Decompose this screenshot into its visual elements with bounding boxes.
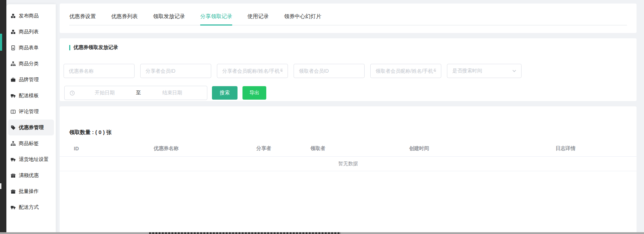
tab-bar: 优惠券设置 优惠券列表 领取发放记录 分享领取记录 使用记录 领券中心幻灯片 [69, 4, 627, 26]
sidebar-item-label: 配送模板 [19, 93, 39, 99]
records-card: 领取数量 : ( 0 ) 张 ID 优惠券名称 分享者 领取者 创建时间 日志详… [60, 106, 637, 234]
receiver-member-info-input[interactable] [370, 64, 441, 78]
cubes-icon [11, 29, 16, 34]
column-header-receiver: 领取者 [298, 145, 338, 152]
sidebar-item-product-tags[interactable]: 商品标签 [8, 135, 54, 151]
filter-card: 优惠券领取发放记录 是否搜索时间 开始日期 至 结束日期 搜索 导出 [60, 38, 637, 101]
sidebar-item-label: 批量操作 [19, 188, 39, 195]
chevron-down-icon [512, 69, 516, 72]
export-button[interactable]: 导出 [242, 86, 266, 100]
sidebar-item-label: 商品表单 [19, 45, 39, 51]
search-time-select-value: 是否搜索时间 [452, 68, 482, 74]
sidebar-item-batch-operation[interactable]: 批量操作 [8, 183, 54, 199]
sidebar-item-brand-management[interactable]: 品牌管理 [8, 72, 54, 88]
tab-usage-records[interactable]: 使用记录 [247, 13, 269, 26]
bottom-cutoff-bar [0, 232, 644, 234]
truck-icon [11, 93, 16, 98]
sidebar-item-comment-management[interactable]: 评论管理 [8, 104, 54, 119]
column-header-log-detail: 日志详情 [500, 145, 631, 152]
gift-icon [11, 173, 16, 178]
sidebar-item-label: 品牌管理 [19, 77, 39, 83]
sidebar-item-label: 商品列表 [19, 29, 39, 35]
sidebar-item-label: 商品标签 [19, 140, 39, 147]
sitemap-icon [11, 61, 16, 66]
filter-actions-row: 开始日期 至 结束日期 搜索 导出 [64, 86, 266, 100]
end-date-placeholder: 结束日期 [142, 90, 202, 96]
search-time-select[interactable]: 是否搜索时间 [447, 64, 522, 78]
section-accent-bar [69, 45, 70, 50]
sidebar-item-label: 配送方式 [19, 204, 39, 211]
sidebar-item-product-category[interactable]: 商品分类 [8, 56, 54, 72]
receive-count-text: 领取数量 : ( 0 ) 张 [69, 129, 637, 136]
sidebar-item-product-form[interactable]: 商品表单 [8, 40, 54, 56]
section-header: 优惠券领取发放记录 [69, 44, 637, 51]
column-header-created-time: 创建时间 [338, 145, 500, 152]
truck-icon [11, 205, 16, 210]
coupon-name-input[interactable] [64, 64, 135, 78]
table-header-row: ID 优惠券名称 分享者 领取者 创建时间 日志详情 [60, 141, 637, 157]
date-range-separator: 至 [135, 90, 142, 96]
sidebar-item-delivery-template[interactable]: 配送模板 [8, 88, 54, 104]
empty-state-text: 暂无数据 [338, 161, 358, 167]
sharer-member-id-input[interactable] [140, 64, 211, 78]
start-date-placeholder: 开始日期 [75, 90, 135, 96]
filter-inputs-row: 是否搜索时间 [64, 64, 522, 78]
tab-receive-issue-records[interactable]: 领取发放记录 [153, 13, 185, 26]
file-x-icon [11, 45, 16, 50]
sidebar-item-label: 优惠券管理 [19, 124, 44, 131]
gift-icon [11, 189, 16, 194]
date-range-picker[interactable]: 开始日期 至 结束日期 [64, 86, 207, 100]
rail-scroll-thumb[interactable] [0, 183, 1, 189]
column-header-id: ID [60, 146, 102, 151]
briefcase-icon [11, 77, 16, 82]
collapsed-rail [0, 0, 6, 234]
sidebar-item-return-address-settings[interactable]: 退货地址设置 [8, 151, 54, 167]
section-title: 优惠券领取发放记录 [73, 44, 118, 51]
sidebar-item-publish-product[interactable]: 发布商品 [8, 8, 54, 24]
tab-coupon-list[interactable]: 优惠券列表 [111, 13, 138, 26]
sharer-member-info-input[interactable] [217, 64, 288, 78]
sidebar-item-full-discount[interactable]: 满额优惠 [8, 167, 54, 183]
column-header-sharer: 分享者 [230, 145, 298, 152]
receiver-member-id-input[interactable] [294, 64, 365, 78]
sidebar-item-label: 发布商品 [19, 13, 39, 19]
bottom-bar-marks [149, 232, 341, 234]
sidebar-item-delivery-method[interactable]: 配送方式 [8, 199, 54, 215]
column-header-coupon-name: 优惠券名称 [102, 145, 230, 152]
truck-icon [11, 157, 16, 162]
tab-share-receive-records[interactable]: 分享领取记录 [200, 13, 232, 26]
tag-icon [11, 125, 16, 130]
sidebar-item-product-list[interactable]: 商品列表 [8, 24, 54, 40]
clock-icon [70, 90, 75, 96]
columns-icon [11, 109, 16, 114]
sidebar-item-label: 商品分类 [19, 61, 39, 67]
rail-active-indicator [0, 34, 2, 51]
sidebar: 发布商品 商品列表 商品表单 商品分类 品牌管理 配送模板 评论管理 优惠券管理… [6, 4, 56, 234]
search-button[interactable]: 搜索 [212, 86, 238, 100]
tab-coupon-settings[interactable]: 优惠券设置 [69, 13, 96, 26]
empty-state: 暂无数据 [60, 157, 637, 171]
cubes-icon [11, 13, 16, 18]
tab-coupon-center-slides[interactable]: 领券中心幻灯片 [284, 13, 321, 26]
sidebar-item-coupon-management[interactable]: 优惠券管理 [8, 119, 54, 135]
tabs-card: 优惠券设置 优惠券列表 领取发放记录 分享领取记录 使用记录 领券中心幻灯片 [60, 4, 637, 33]
sidebar-item-label: 退货地址设置 [19, 156, 49, 163]
sidebar-item-label: 满额优惠 [19, 172, 39, 179]
sitemap-icon [11, 141, 16, 146]
sidebar-item-label: 评论管理 [19, 108, 39, 115]
